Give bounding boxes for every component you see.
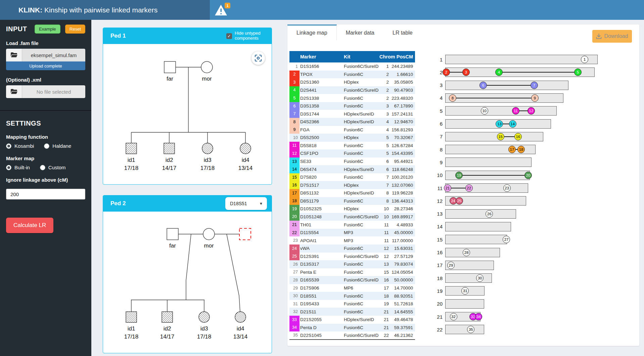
table-row: 33D21S2055HDplex/SureID2149.46478 xyxy=(289,316,415,324)
cell-pos: 154.43395 xyxy=(391,149,415,158)
sidebar: INPUT Example Reset Load .fam file eksem… xyxy=(0,20,91,356)
cell-kit: Fusion6C xyxy=(343,149,379,158)
marker-dot: 19 xyxy=(455,172,463,179)
cell-kit: HDplex/SureID xyxy=(343,165,379,173)
cell-kit: Fusion6C xyxy=(343,221,379,229)
cell-marker: FGA xyxy=(300,126,343,134)
cell-chrom: 6 xyxy=(379,165,391,173)
table-row: 20D10S1248Fusion6C/SureID10169.89917 xyxy=(289,213,415,221)
cell-pos: 132.07060 xyxy=(391,181,415,189)
row-index-badge: 30 xyxy=(289,292,300,300)
xml-file-placeholder[interactable]: No file selected xyxy=(22,85,85,98)
warning-indicator[interactable]: 1 xyxy=(214,3,230,17)
tab-lr-table[interactable]: LR table xyxy=(383,25,422,40)
cell-chrom: 19 xyxy=(379,300,391,308)
tab-linkage-map[interactable]: Linkage map xyxy=(287,25,337,40)
cell-kit: Fusion6C/SureID xyxy=(343,86,379,94)
results-tabs: Linkage map Marker data LR table xyxy=(287,25,422,40)
hide-untyped-control[interactable]: Hide untyped components xyxy=(226,31,267,41)
marker-dot: 6 xyxy=(479,82,487,89)
chromosome-bar xyxy=(445,248,500,257)
row-index-badge: 9 xyxy=(289,126,300,134)
chromosome-label: 16 xyxy=(428,250,443,255)
cell-kit: Fusion6C/SureID xyxy=(343,213,379,221)
fam-browse-button[interactable] xyxy=(6,49,22,61)
radio-kosambi[interactable]: Kosambi xyxy=(6,143,34,149)
cell-chrom: 6 xyxy=(379,158,391,166)
cell-kit: HDplex/SureID xyxy=(343,316,379,324)
table-row: 35D22S1045Fusion6C/SureID2246.21362 xyxy=(289,331,415,340)
cell-marker: D22S1045 xyxy=(300,331,343,340)
ped2-header: Ped 2 D18S51 ▼ xyxy=(103,195,272,212)
xml-browse-button[interactable] xyxy=(6,85,22,98)
cell-pos: 14.64555 xyxy=(391,308,415,316)
hide-untyped-checkbox[interactable] xyxy=(226,33,232,39)
ped2-unknown-father-placeholder xyxy=(239,228,251,240)
custom-radio-icon[interactable] xyxy=(40,165,45,170)
cell-marker: D21S2055 xyxy=(300,316,343,324)
row-index-badge: 16 xyxy=(289,181,300,189)
reset-button[interactable]: Reset xyxy=(65,25,85,34)
table-row: 30D18S51Fusion6C1888.92051 xyxy=(289,292,415,300)
xml-file-widget: No file selected xyxy=(6,85,85,98)
cell-chrom: 11 xyxy=(379,221,391,229)
cell-pos: 12.94670 xyxy=(391,118,415,126)
row-index-badge: 35 xyxy=(289,331,300,340)
table-row: 24vWAFusion6C1215.63031 xyxy=(289,244,415,253)
table-row: 27Penta EFusion6C15124.05054 xyxy=(289,268,415,276)
hide-untyped-label: Hide untyped components xyxy=(235,31,267,41)
marker-dot: 22 xyxy=(465,184,473,192)
row-index-badge: 8 xyxy=(289,118,300,126)
cell-marker: APOAI1 xyxy=(300,236,343,244)
cell-marker: D10S1248 xyxy=(300,213,343,221)
col-chrom: Chrom xyxy=(379,51,391,62)
col-marker: Marker xyxy=(300,51,343,62)
cell-marker: D3S1744 xyxy=(300,110,343,118)
ignore-linkage-input[interactable] xyxy=(6,189,85,199)
ped2-marker-dropdown[interactable]: D18S51 ▼ xyxy=(225,197,267,210)
cell-chrom: 13 xyxy=(379,260,391,268)
download-button[interactable]: Download xyxy=(592,30,632,43)
ped1-child2-symbol xyxy=(164,143,175,154)
ped1-zoom-reset-button[interactable] xyxy=(251,51,265,65)
row-index-badge: 31 xyxy=(289,300,300,308)
cell-marker: D4S2366 xyxy=(300,118,343,126)
download-label: Download xyxy=(604,33,628,39)
tab-marker-data[interactable]: Marker data xyxy=(337,25,383,40)
cell-chrom: 2 xyxy=(379,78,391,86)
radio-custom[interactable]: Custom xyxy=(40,165,66,170)
cell-chrom: 21 xyxy=(379,324,391,332)
row-index-badge: 20 xyxy=(289,213,300,221)
cell-chrom: 16 xyxy=(379,276,391,284)
chromosome-label: 3 xyxy=(428,82,443,88)
cell-chrom: 7 xyxy=(379,181,391,189)
chromosome-bar xyxy=(445,158,532,167)
cell-marker: Penta E xyxy=(300,268,343,276)
cell-pos: 244.23489 xyxy=(391,62,415,71)
fam-file-name[interactable]: eksempel_simul.fam xyxy=(22,49,85,61)
cell-chrom: 10 xyxy=(379,213,391,221)
cell-marker: D2S1360 xyxy=(300,78,343,86)
radio-haldane[interactable]: Haldane xyxy=(44,143,71,149)
table-row: 3D2S1360HDplex235.05805 xyxy=(289,78,415,86)
chromosome-label: 19 xyxy=(428,288,443,294)
haldane-radio-icon[interactable] xyxy=(44,143,49,149)
ped1-child1-symbol xyxy=(126,143,137,154)
app-header: KLINK: Kinship with pairwise linked mark… xyxy=(0,0,644,20)
cell-kit: Fusion6C xyxy=(343,292,379,300)
table-row: 28D16S539Fusion6C/SureID1650.00000 xyxy=(289,276,415,284)
calculate-lr-button[interactable]: Calculate LR xyxy=(6,218,53,233)
fam-file-label: Load .fam file xyxy=(6,40,85,46)
linked-pair-line xyxy=(483,85,534,86)
kosambi-radio-icon[interactable] xyxy=(6,143,11,149)
row-index-badge: 22 xyxy=(289,229,300,237)
marker-table: Marker Kit Chrom PosCM 1D1S1656Fusion6C/… xyxy=(289,51,415,340)
cell-chrom: 5 xyxy=(379,149,391,158)
builtin-radio-icon[interactable] xyxy=(6,165,11,170)
cell-kit: Fusion6C xyxy=(343,268,379,276)
radio-builtin[interactable]: Built-in xyxy=(6,165,30,170)
cell-kit: Fusion6C/SureID xyxy=(343,253,379,261)
sidebar-divider xyxy=(0,110,91,111)
example-button[interactable]: Example xyxy=(35,25,60,34)
ped1-child2-genotype: 14/17 xyxy=(162,165,177,171)
